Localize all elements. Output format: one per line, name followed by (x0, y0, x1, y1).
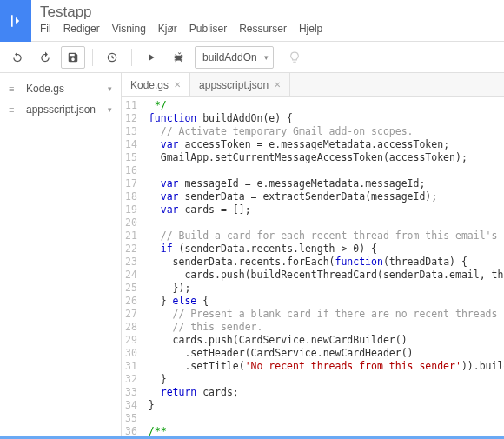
file-item-kode[interactable]: ≡ Kode.gs ▾ (3, 78, 117, 99)
menu-kjor[interactable]: Kjør (158, 23, 177, 35)
menubar: Fil Rediger Visning Kjør Publiser Ressur… (40, 23, 322, 35)
chevron-down-icon: ▾ (108, 84, 112, 93)
toolbar: buildAddOn (0, 42, 504, 73)
file-name: Kode.gs (26, 83, 64, 95)
header: Testapp Fil Rediger Visning Kjør Publise… (0, 0, 504, 42)
app-title[interactable]: Testapp (40, 3, 322, 21)
tabs: Kode.gs ✕ appsscript.json ✕ (122, 73, 504, 97)
time-button[interactable] (100, 46, 124, 69)
app-logo[interactable] (0, 0, 31, 42)
menu-visning[interactable]: Visning (112, 23, 146, 35)
menu-fil[interactable]: Fil (40, 23, 51, 35)
divider (92, 49, 93, 66)
function-select[interactable]: buildAddOn (195, 46, 274, 69)
sidebar: ≡ Kode.gs ▾ ≡ appsscript.json ▾ (0, 73, 122, 436)
line-gutter: 1112131415161718192021222324252627282930… (122, 97, 143, 436)
menu-rediger[interactable]: Rediger (63, 23, 100, 35)
main: ≡ Kode.gs ▾ ≡ appsscript.json ▾ Kode.gs … (0, 73, 504, 436)
editor: Kode.gs ✕ appsscript.json ✕ 111213141516… (122, 73, 504, 436)
redo-button[interactable] (33, 46, 57, 69)
file-name: appsscript.json (26, 103, 96, 116)
debug-button[interactable] (167, 46, 191, 69)
close-icon[interactable]: ✕ (174, 80, 181, 90)
code-area[interactable]: 1112131415161718192021222324252627282930… (122, 97, 504, 436)
divider (131, 49, 132, 66)
tab-appsscript[interactable]: appsscript.json ✕ (190, 73, 290, 96)
bottom-bar (0, 436, 504, 439)
save-button[interactable] (61, 46, 85, 69)
tab-kode[interactable]: Kode.gs ✕ (122, 73, 190, 96)
tab-label: appsscript.json (199, 79, 269, 91)
code-lines[interactable]: */function buildAddOn(e) { // Activate t… (143, 97, 504, 436)
file-icon: ≡ (9, 104, 21, 115)
undo-button[interactable] (5, 46, 30, 69)
file-item-appsscript[interactable]: ≡ appsscript.json ▾ (3, 99, 117, 120)
run-button[interactable] (139, 46, 163, 69)
chevron-down-icon: ▾ (108, 105, 112, 114)
menu-hjelp[interactable]: Hjelp (299, 23, 322, 35)
menu-publiser[interactable]: Publiser (189, 23, 227, 35)
tab-label: Kode.gs (130, 79, 169, 91)
bulb-icon[interactable] (282, 46, 307, 69)
menu-ressurser[interactable]: Ressurser (239, 23, 287, 35)
file-icon: ≡ (9, 83, 21, 94)
close-icon[interactable]: ✕ (274, 80, 281, 90)
